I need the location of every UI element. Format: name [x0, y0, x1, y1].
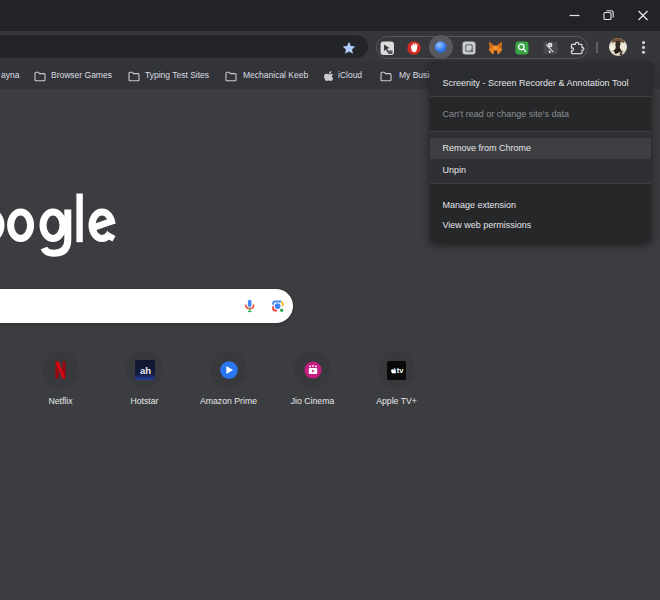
- svg-text:ah: ah: [140, 365, 151, 376]
- svg-text:tv: tv: [397, 366, 404, 375]
